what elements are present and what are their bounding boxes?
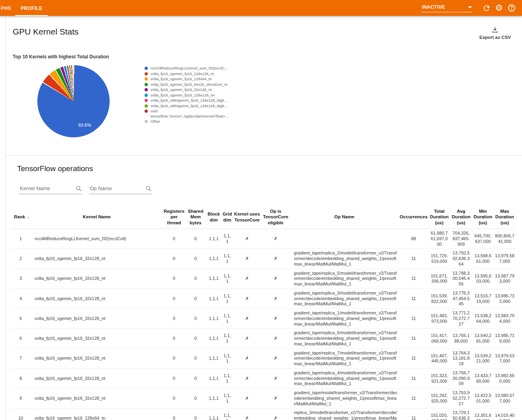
table-row[interactable]: 10volta_fp16_sgemm_fp16_128x64_tn001,1,1… bbox=[11, 408, 516, 420]
table-row[interactable]: 2volta_fp16_sgemm_fp16_32x128_nt001,1,11… bbox=[11, 249, 516, 269]
export-csv-label: Export as CSV bbox=[479, 35, 511, 40]
cell-occurrences: 11 bbox=[399, 349, 428, 368]
column-header-min[interactable]: Min Duration (us) bbox=[472, 205, 494, 229]
cell-block: 1,1,1 bbox=[206, 249, 222, 269]
column-header-rank[interactable]: Rank▲ bbox=[11, 205, 31, 229]
tab-graphs-partial[interactable]: PHS bbox=[0, 0, 15, 16]
cell-total: 151,539,822,000 bbox=[428, 289, 450, 308]
tab-profile[interactable]: PROFILE bbox=[15, 0, 48, 16]
legend-item[interactable]: volta_fp16_s884gemm_fp16_128x128_ldg8… bbox=[145, 98, 224, 103]
cell-max: 13,979,587,000 bbox=[494, 249, 516, 269]
table-row[interactable]: 1ncclAllReduceRingLLKernel_sum_f32(ncclC… bbox=[11, 229, 516, 249]
column-header-label: Rank bbox=[14, 214, 25, 219]
cell-block: 1,1,1 bbox=[206, 269, 222, 289]
cell-grid: 1,1,1 bbox=[222, 289, 233, 308]
legend-swatch-icon bbox=[145, 99, 148, 102]
table-row[interactable]: 8volta_fp16_sgemm_fp16_32x128_nt001,1,11… bbox=[11, 368, 516, 388]
table-row[interactable]: 6volta_fp16_sgemm_fp16_32x128_nt001,1,11… bbox=[11, 329, 516, 349]
cell-op: gradient_tape/model/transformer_v2/Trans… bbox=[290, 389, 399, 408]
table-row[interactable]: 4volta_fp16_sgemm_fp16_32x128_nt001,1,11… bbox=[11, 289, 516, 308]
legend-item[interactable]: volta_fp16_s884gemm_fp16_128x128_ldg8… bbox=[145, 104, 224, 109]
cell-block: 1,1,1 bbox=[206, 289, 222, 308]
cell-op_tc: ✗ bbox=[261, 368, 290, 388]
table-row[interactable]: 3volta_fp16_sgemm_fp16_32x128_nt001,1,11… bbox=[11, 269, 516, 289]
settings-button[interactable]: ⚙ bbox=[493, 4, 505, 12]
cell-shared: 0 bbox=[185, 368, 206, 388]
column-header-kernel[interactable]: Kernel Name bbox=[31, 205, 163, 229]
refresh-icon bbox=[482, 4, 491, 12]
legend-label: volta_fp16_s884gemm_fp16_128x128_ldg8… bbox=[151, 98, 228, 103]
cell-block: 1,1,1 bbox=[206, 309, 222, 329]
cell-op_tc: ✗ bbox=[261, 349, 290, 368]
table-row[interactable]: 5volta_fp16_sgemm_fp16_32x128_nt001,1,11… bbox=[11, 309, 516, 329]
legend-item[interactable]: volta_fp16_sgemm_fp16_128x128_nt bbox=[145, 71, 224, 77]
export-csv-button[interactable]: Export as CSV bbox=[479, 26, 511, 40]
cell-kernel_tc: ✗ bbox=[233, 329, 261, 349]
legend-label: volta_fp16_sgemm_fp16_128x128_nt bbox=[151, 71, 214, 77]
cell-avg: 13,788,300,545.455 bbox=[450, 269, 472, 289]
run-status-dropdown[interactable]: INACTIVE bbox=[421, 4, 473, 12]
cell-op_tc: ✗ bbox=[261, 249, 290, 269]
cell-avg: 13,765,188,000 bbox=[450, 329, 472, 349]
column-header-total[interactable]: Total Duration (us) bbox=[428, 205, 450, 229]
legend-item[interactable]: volta_fp16_sgemm_fp16_128x64_tn bbox=[145, 77, 224, 82]
cell-total: 151,729,519,000 bbox=[428, 249, 450, 269]
cell-shared: 0 bbox=[185, 289, 206, 308]
kernel-name-input[interactable] bbox=[19, 185, 71, 192]
help-icon: ? bbox=[508, 4, 515, 12]
column-header-grid[interactable]: Grid dim bbox=[222, 205, 233, 229]
legend-item[interactable]: volta_fp16_sgemm_fp16_128x128_nn bbox=[145, 93, 224, 98]
cell-op_tc: ✗ bbox=[261, 229, 290, 249]
column-header-shared[interactable]: Shared Mem bytes bbox=[185, 205, 206, 229]
cell-max: 13,983,704,000 bbox=[494, 309, 516, 329]
cell-total: 151,020,657,000 bbox=[428, 408, 450, 420]
legend-item[interactable]: volta_fp16_sgemm_fp16_64x32_sliced1x4_nt bbox=[145, 82, 224, 87]
legend-label: volta_fp16_sgemm_fp16_64x32_sliced1x4_nt bbox=[151, 82, 227, 87]
column-header-kernel_tc[interactable]: Kernel uses TensorCore bbox=[233, 205, 261, 229]
column-header-block[interactable]: Block dim bbox=[206, 205, 222, 229]
cell-rank: 7 bbox=[11, 349, 31, 368]
cell-kernel: volta_fp16_sgemm_fp16_32x128_nt bbox=[31, 389, 163, 408]
cell-occurrences: 11 bbox=[399, 269, 428, 289]
cell-op_tc: ✗ bbox=[261, 309, 290, 329]
cell-total: 151,323,921,000 bbox=[428, 368, 450, 388]
cell-block: 1,1,1 bbox=[206, 389, 222, 408]
table-row[interactable]: 7volta_fp16_sgemm_fp16_32x128_nt001,1,11… bbox=[11, 349, 516, 368]
cell-avg: 704,326,837,465.909 bbox=[450, 229, 472, 249]
cell-total: 151,417,068,000 bbox=[428, 329, 450, 349]
column-header-op[interactable]: Op Name bbox=[290, 205, 399, 229]
toolbar-controls: INACTIVE ⚙ ? bbox=[421, 4, 522, 12]
run-status-value: INACTIVE bbox=[422, 4, 445, 10]
column-header-max[interactable]: Max Duration (us) bbox=[494, 205, 516, 229]
pie-percentage-label: 83.6% bbox=[78, 123, 91, 127]
cell-kernel: volta_fp16_sgemm_fp16_32x128_nt bbox=[31, 249, 163, 269]
legend-item[interactable]: void tensorflow::functor::ApplyAdamKerne… bbox=[145, 109, 224, 119]
sort-ascending-icon: ▲ bbox=[27, 216, 30, 219]
help-button[interactable]: ? bbox=[505, 4, 518, 12]
refresh-button[interactable] bbox=[480, 4, 493, 12]
op-name-input[interactable] bbox=[89, 185, 141, 192]
cell-kernel: volta_fp16_sgemm_fp16_32x128_nt bbox=[31, 289, 163, 308]
column-header-occurrences[interactable]: Occurrences bbox=[399, 205, 428, 229]
column-header-op_tc[interactable]: Op is TensorCore eligible bbox=[261, 205, 290, 229]
cell-grid: 1,1,1 bbox=[222, 349, 233, 368]
table-row[interactable]: 9volta_fp16_sgemm_fp16_32x128_nt001,1,11… bbox=[11, 389, 516, 408]
cell-total: 61,980,761,697,000 bbox=[428, 229, 450, 249]
cell-total: 151,407,445,000 bbox=[428, 349, 450, 368]
legend-item[interactable]: volta_fp16_sgemm_fp16_32x128_nt bbox=[145, 87, 224, 92]
pie-chart[interactable] bbox=[37, 65, 110, 137]
cell-occurrences: 11 bbox=[399, 249, 428, 269]
column-header-registers[interactable]: Registers per thread bbox=[163, 205, 185, 229]
cell-grid: 1,1,1 bbox=[222, 368, 233, 388]
pie-chart-area: 83.6% ncclAllReduceRingLLKernel_sum_f32(… bbox=[13, 65, 516, 137]
column-header-avg[interactable]: Avg Duration (us) bbox=[450, 205, 472, 229]
cell-kernel: ncclAllReduceRingLLKernel_sum_f32(ncclCo… bbox=[31, 229, 163, 249]
cell-block: 1,1,1 bbox=[206, 329, 222, 349]
cell-block: 1,1,1 bbox=[206, 408, 222, 420]
cell-max: 800,806,741,000 bbox=[494, 229, 516, 249]
cell-op: gradient_tape/replica_2/model/transforme… bbox=[290, 249, 399, 269]
cell-op bbox=[290, 229, 399, 249]
legend-swatch-icon bbox=[145, 67, 148, 70]
legend-item[interactable]: Other bbox=[145, 119, 224, 124]
legend-item[interactable]: ncclAllReduceRingLLKernel_sum_f32(ncclC… bbox=[145, 66, 224, 71]
